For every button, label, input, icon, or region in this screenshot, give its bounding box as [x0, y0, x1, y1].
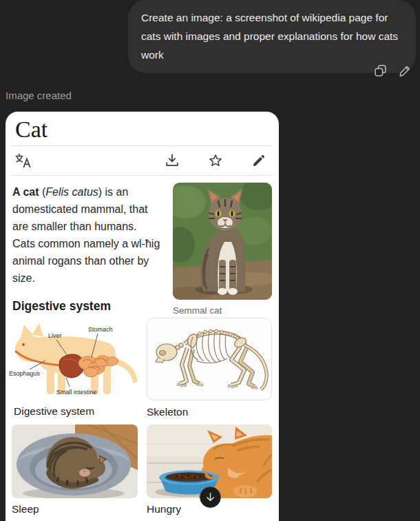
arrow-down-icon [204, 491, 216, 503]
user-message-text: Create an image: a screenshot of wikiped… [141, 12, 398, 61]
sleep-caption: Sleep [12, 503, 138, 515]
edit-pencil-icon [251, 153, 266, 168]
diagram-label-small-intestine: Small intestine [56, 389, 97, 396]
diagram-label-stomach: Stomach [88, 326, 113, 333]
skeleton-caption: Skeleton [147, 406, 272, 418]
user-message-bubble: Create an image: a screenshot of wikiped… [128, 0, 416, 73]
copy-icon [373, 63, 388, 78]
copy-button[interactable] [373, 63, 388, 78]
skeleton-figure: Skeleton [147, 318, 272, 418]
skeleton-panel [147, 318, 272, 400]
intro-bold: A cat [12, 186, 39, 198]
wiki-toolbar [15, 146, 266, 175]
section-heading-digestive-system: Digestive system [12, 298, 169, 315]
digestive-diagram-figure: Liver Stomach Esophagus Small intestine … [8, 317, 146, 418]
intro-binomial: Felis catus [45, 186, 98, 198]
diagram-label-liver: Liver [48, 332, 62, 339]
image-created-status: Image created [6, 90, 72, 101]
digestive-system-diagram: Liver Stomach Esophagus Small intestine [8, 317, 143, 398]
scroll-to-bottom-button[interactable] [200, 487, 221, 508]
edit-icon [398, 63, 412, 78]
wiki-page-title: Cat [15, 116, 48, 143]
divider [11, 175, 273, 176]
language-icon [15, 153, 32, 168]
lead-image-caption: Semmal cat [173, 305, 272, 316]
generated-image-card[interactable]: Cat [6, 112, 279, 521]
star-icon [208, 153, 223, 168]
cat-skeleton-illustration [149, 322, 270, 396]
edit-message-button[interactable] [398, 63, 412, 78]
tabby-cat-photo [173, 183, 272, 300]
diagram-label-esophagus: Esophagus [9, 370, 41, 377]
intro-section: A cat (Felis catus) is an domesticated m… [12, 183, 272, 316]
lead-cat-photo-figure: Semmal cat [173, 183, 272, 316]
message-actions [373, 63, 412, 78]
diagram-caption: Digestive system [8, 405, 146, 418]
download-icon [165, 153, 180, 168]
sleep-figure: Sleep [12, 425, 138, 515]
sleeping-cat-photo [12, 425, 138, 498]
intro-paragraph: A cat (Felis catus) is an domesticated m… [12, 183, 169, 316]
